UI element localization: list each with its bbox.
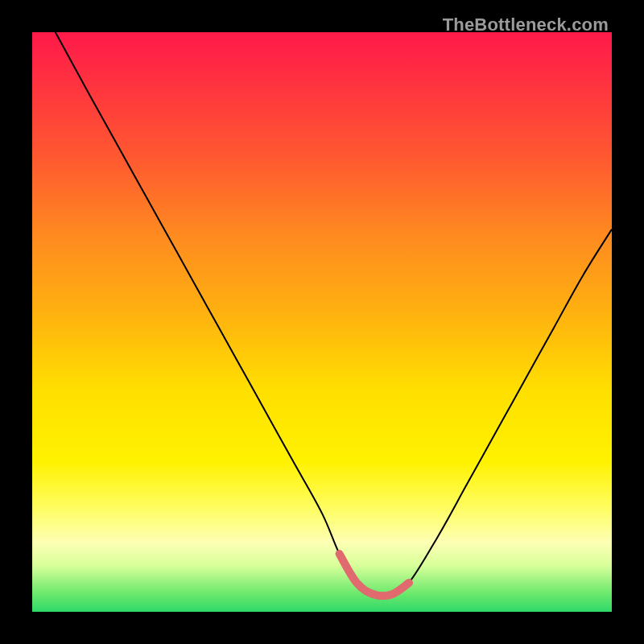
valley-highlight: [340, 554, 409, 596]
bottleneck-curve: [56, 32, 612, 596]
curve-svg: [32, 32, 612, 612]
chart-frame: TheBottleneck.com: [0, 0, 644, 644]
plot-area: [32, 32, 612, 612]
